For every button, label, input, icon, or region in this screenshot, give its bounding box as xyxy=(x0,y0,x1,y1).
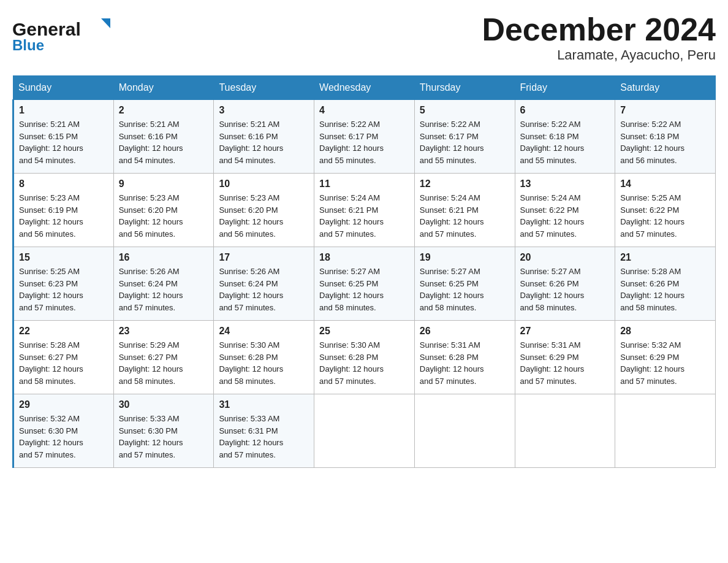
day-info: Sunrise: 5:28 AM Sunset: 6:26 PM Dayligh… xyxy=(620,266,710,313)
day-number: 19 xyxy=(420,252,510,263)
calendar-cell: 7 Sunrise: 5:22 AM Sunset: 6:18 PM Dayli… xyxy=(615,100,716,174)
week-row-3: 15 Sunrise: 5:25 AM Sunset: 6:23 PM Dayl… xyxy=(13,247,716,321)
header-sunday: Sunday xyxy=(13,76,114,100)
day-number: 12 xyxy=(420,178,510,190)
calendar-cell xyxy=(615,394,716,468)
day-info: Sunrise: 5:27 AM Sunset: 6:25 PM Dayligh… xyxy=(319,266,409,313)
day-number: 21 xyxy=(620,252,710,263)
day-info: Sunrise: 5:29 AM Sunset: 6:27 PM Dayligh… xyxy=(119,339,209,387)
day-number: 3 xyxy=(219,105,309,116)
day-number: 13 xyxy=(520,178,610,190)
day-number: 2 xyxy=(119,105,209,116)
logo-svg: General Blue xyxy=(12,12,110,55)
calendar-cell: 23 Sunrise: 5:29 AM Sunset: 6:27 PM Dayl… xyxy=(113,321,214,394)
svg-text:Blue: Blue xyxy=(12,37,44,53)
header-friday: Friday xyxy=(515,76,615,100)
day-number: 7 xyxy=(620,105,710,116)
day-info: Sunrise: 5:33 AM Sunset: 6:30 PM Dayligh… xyxy=(119,413,209,461)
day-number: 11 xyxy=(319,178,409,190)
calendar-cell: 30 Sunrise: 5:33 AM Sunset: 6:30 PM Dayl… xyxy=(113,394,214,468)
calendar-cell: 10 Sunrise: 5:23 AM Sunset: 6:20 PM Dayl… xyxy=(214,174,314,247)
day-info: Sunrise: 5:30 AM Sunset: 6:28 PM Dayligh… xyxy=(219,339,309,387)
day-info: Sunrise: 5:31 AM Sunset: 6:29 PM Dayligh… xyxy=(520,339,610,387)
calendar-cell: 11 Sunrise: 5:24 AM Sunset: 6:21 PM Dayl… xyxy=(314,174,415,247)
day-info: Sunrise: 5:24 AM Sunset: 6:21 PM Dayligh… xyxy=(420,192,510,240)
calendar-cell: 29 Sunrise: 5:32 AM Sunset: 6:30 PM Dayl… xyxy=(13,394,114,468)
day-info: Sunrise: 5:22 AM Sunset: 6:18 PM Dayligh… xyxy=(620,118,710,166)
calendar-cell: 8 Sunrise: 5:23 AM Sunset: 6:19 PM Dayli… xyxy=(13,174,114,247)
day-info: Sunrise: 5:24 AM Sunset: 6:22 PM Dayligh… xyxy=(520,192,610,240)
days-header-row: SundayMondayTuesdayWednesdayThursdayFrid… xyxy=(13,76,716,100)
calendar-cell: 4 Sunrise: 5:22 AM Sunset: 6:17 PM Dayli… xyxy=(314,100,415,174)
day-info: Sunrise: 5:33 AM Sunset: 6:31 PM Dayligh… xyxy=(219,413,309,461)
calendar-cell: 6 Sunrise: 5:22 AM Sunset: 6:18 PM Dayli… xyxy=(515,100,615,174)
day-info: Sunrise: 5:22 AM Sunset: 6:17 PM Dayligh… xyxy=(420,118,510,166)
calendar-cell: 18 Sunrise: 5:27 AM Sunset: 6:25 PM Dayl… xyxy=(314,247,415,321)
day-info: Sunrise: 5:21 AM Sunset: 6:16 PM Dayligh… xyxy=(219,118,309,166)
calendar-cell: 5 Sunrise: 5:22 AM Sunset: 6:17 PM Dayli… xyxy=(414,100,515,174)
day-info: Sunrise: 5:31 AM Sunset: 6:28 PM Dayligh… xyxy=(420,339,510,387)
calendar-cell: 22 Sunrise: 5:28 AM Sunset: 6:27 PM Dayl… xyxy=(13,321,114,394)
day-number: 29 xyxy=(19,399,108,410)
day-number: 22 xyxy=(19,326,108,337)
day-number: 4 xyxy=(319,105,409,116)
calendar-cell: 16 Sunrise: 5:26 AM Sunset: 6:24 PM Dayl… xyxy=(113,247,214,321)
week-row-4: 22 Sunrise: 5:28 AM Sunset: 6:27 PM Dayl… xyxy=(13,321,716,394)
day-info: Sunrise: 5:27 AM Sunset: 6:26 PM Dayligh… xyxy=(520,266,610,313)
header-saturday: Saturday xyxy=(615,76,716,100)
calendar-cell xyxy=(314,394,415,468)
day-info: Sunrise: 5:30 AM Sunset: 6:28 PM Dayligh… xyxy=(319,339,409,387)
calendar-cell: 28 Sunrise: 5:32 AM Sunset: 6:29 PM Dayl… xyxy=(615,321,716,394)
day-number: 10 xyxy=(219,178,309,190)
day-info: Sunrise: 5:22 AM Sunset: 6:18 PM Dayligh… xyxy=(520,118,610,166)
header-monday: Monday xyxy=(113,76,214,100)
title-block: December 2024 Laramate, Ayacucho, Peru xyxy=(482,12,716,63)
calendar-title: December 2024 xyxy=(482,12,716,47)
day-number: 23 xyxy=(119,326,209,337)
day-number: 6 xyxy=(520,105,610,116)
calendar-cell: 3 Sunrise: 5:21 AM Sunset: 6:16 PM Dayli… xyxy=(214,100,314,174)
calendar-cell: 19 Sunrise: 5:27 AM Sunset: 6:25 PM Dayl… xyxy=(414,247,515,321)
calendar-cell: 12 Sunrise: 5:24 AM Sunset: 6:21 PM Dayl… xyxy=(414,174,515,247)
day-number: 31 xyxy=(219,399,309,410)
day-info: Sunrise: 5:21 AM Sunset: 6:15 PM Dayligh… xyxy=(19,118,108,166)
day-info: Sunrise: 5:26 AM Sunset: 6:24 PM Dayligh… xyxy=(219,266,309,313)
calendar-cell: 9 Sunrise: 5:23 AM Sunset: 6:20 PM Dayli… xyxy=(113,174,214,247)
calendar-cell: 31 Sunrise: 5:33 AM Sunset: 6:31 PM Dayl… xyxy=(214,394,314,468)
logo: General Blue xyxy=(12,12,110,55)
week-row-1: 1 Sunrise: 5:21 AM Sunset: 6:15 PM Dayli… xyxy=(13,100,716,174)
day-info: Sunrise: 5:27 AM Sunset: 6:25 PM Dayligh… xyxy=(420,266,510,313)
week-row-2: 8 Sunrise: 5:23 AM Sunset: 6:19 PM Dayli… xyxy=(13,174,716,247)
day-number: 30 xyxy=(119,399,209,410)
day-number: 5 xyxy=(420,105,510,116)
day-info: Sunrise: 5:24 AM Sunset: 6:21 PM Dayligh… xyxy=(319,192,409,240)
calendar-cell xyxy=(515,394,615,468)
day-number: 9 xyxy=(119,178,209,190)
day-info: Sunrise: 5:23 AM Sunset: 6:20 PM Dayligh… xyxy=(219,192,309,240)
day-number: 14 xyxy=(620,178,710,190)
day-number: 26 xyxy=(420,326,510,337)
day-info: Sunrise: 5:28 AM Sunset: 6:27 PM Dayligh… xyxy=(19,339,108,387)
calendar-cell: 21 Sunrise: 5:28 AM Sunset: 6:26 PM Dayl… xyxy=(615,247,716,321)
calendar-cell: 15 Sunrise: 5:25 AM Sunset: 6:23 PM Dayl… xyxy=(13,247,114,321)
calendar-cell xyxy=(414,394,515,468)
calendar-cell: 27 Sunrise: 5:31 AM Sunset: 6:29 PM Dayl… xyxy=(515,321,615,394)
calendar-cell: 2 Sunrise: 5:21 AM Sunset: 6:16 PM Dayli… xyxy=(113,100,214,174)
day-info: Sunrise: 5:32 AM Sunset: 6:29 PM Dayligh… xyxy=(620,339,710,387)
day-number: 27 xyxy=(520,326,610,337)
day-number: 1 xyxy=(19,105,108,116)
header-thursday: Thursday xyxy=(414,76,515,100)
calendar-cell: 1 Sunrise: 5:21 AM Sunset: 6:15 PM Dayli… xyxy=(13,100,114,174)
header-tuesday: Tuesday xyxy=(214,76,314,100)
day-info: Sunrise: 5:23 AM Sunset: 6:20 PM Dayligh… xyxy=(119,192,209,240)
day-number: 8 xyxy=(19,178,108,190)
day-info: Sunrise: 5:23 AM Sunset: 6:19 PM Dayligh… xyxy=(19,192,108,240)
week-row-5: 29 Sunrise: 5:32 AM Sunset: 6:30 PM Dayl… xyxy=(13,394,716,468)
calendar-cell: 17 Sunrise: 5:26 AM Sunset: 6:24 PM Dayl… xyxy=(214,247,314,321)
day-number: 15 xyxy=(19,252,108,263)
day-info: Sunrise: 5:32 AM Sunset: 6:30 PM Dayligh… xyxy=(19,413,108,461)
day-number: 18 xyxy=(319,252,409,263)
calendar-subtitle: Laramate, Ayacucho, Peru xyxy=(482,47,716,63)
day-info: Sunrise: 5:25 AM Sunset: 6:22 PM Dayligh… xyxy=(620,192,710,240)
calendar-table: SundayMondayTuesdayWednesdayThursdayFrid… xyxy=(12,75,716,468)
